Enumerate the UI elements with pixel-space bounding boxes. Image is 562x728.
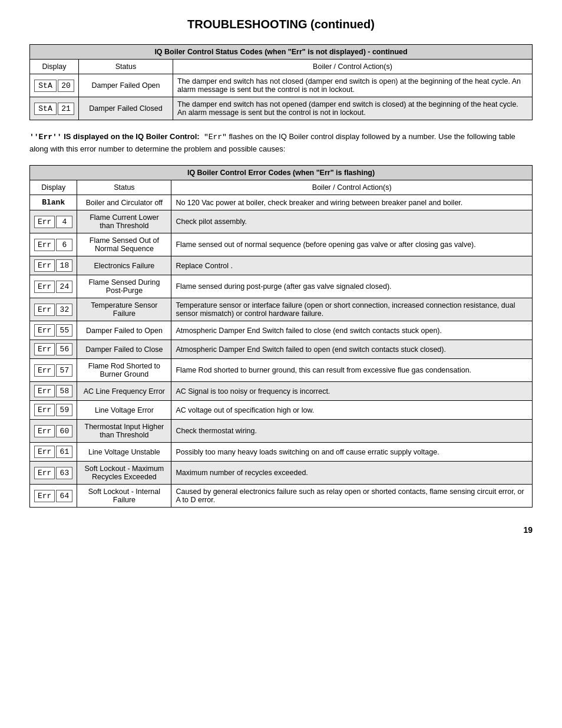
action-cell: Flame Rod shorted to burner ground, this…	[171, 359, 533, 382]
display-cell: StA20	[30, 74, 79, 97]
action-cell: AC Signal is too noisy or frequency is i…	[171, 382, 533, 401]
display-cell: Err32	[30, 298, 77, 321]
status-cell: Thermostat Input Higher than Threshold	[77, 420, 171, 443]
action-cell: Caused by general electronics failure su…	[171, 485, 533, 508]
status-cell: Damper Failed Open	[79, 74, 173, 97]
display-cell: Err64	[30, 485, 77, 508]
table-row: Err64Soft Lockout - Internal FailureCaus…	[30, 485, 533, 508]
bottom-table: IQ Boiler Control Error Codes (when "Err…	[29, 165, 533, 508]
display-cell: Err18	[30, 256, 77, 275]
top-table: IQ Boiler Control Status Codes (when "Er…	[29, 44, 533, 120]
page-number: 19	[29, 525, 533, 535]
display-cell: Err24	[30, 275, 77, 298]
action-cell: Check thermostat wiring.	[171, 420, 533, 443]
bottom-col-display: Display	[30, 180, 77, 195]
table-row: Err18Electronics FailureReplace Control …	[30, 256, 533, 275]
status-cell: Flame Rod Shorted to Burner Ground	[77, 359, 171, 382]
action-cell: No 120 Vac power at boiler, check breake…	[171, 195, 533, 210]
status-cell: Boiler and Circulator off	[77, 195, 171, 210]
display-cell: Err58	[30, 382, 77, 401]
table-row: Err63Soft Lockout - Maximum Recycles Exc…	[30, 462, 533, 485]
table-row: Err4Flame Current Lower than ThresholdCh…	[30, 210, 533, 233]
intro-bold: ''Err'' IS displayed on the IQ Boiler Co…	[29, 132, 200, 141]
table-row: Err61Line Voltage UnstablePossibly too m…	[30, 443, 533, 462]
display-cell: Err56	[30, 340, 77, 359]
display-cell: Err60	[30, 420, 77, 443]
table-row: BlankBoiler and Circulator offNo 120 Vac…	[30, 195, 533, 210]
table-row: StA21Damper Failed ClosedThe damper end …	[30, 97, 533, 120]
status-cell: Damper Failed to Close	[77, 340, 171, 359]
action-cell: Atmospheric Damper End Switch failed to …	[171, 321, 533, 340]
bottom-col-action: Boiler / Control Action(s)	[171, 180, 533, 195]
display-cell: Err63	[30, 462, 77, 485]
table-row: Err59Line Voltage ErrorAC voltage out of…	[30, 401, 533, 420]
status-cell: Line Voltage Error	[77, 401, 171, 420]
display-cell: Blank	[30, 195, 77, 210]
table-row: Err55Damper Failed to OpenAtmospheric Da…	[30, 321, 533, 340]
display-cell: Err61	[30, 443, 77, 462]
action-cell: Flame sensed out of normal sequence (bef…	[171, 233, 533, 256]
action-cell: Flame sensed during post-purge (after ga…	[171, 275, 533, 298]
table-row: Err6Flame Sensed Out of Normal SequenceF…	[30, 233, 533, 256]
bottom-table-header: IQ Boiler Control Error Codes (when "Err…	[30, 166, 533, 180]
status-cell: Line Voltage Unstable	[77, 443, 171, 462]
status-cell: Soft Lockout - Internal Failure	[77, 485, 171, 508]
action-cell: Temperature sensor or interface failure …	[171, 298, 533, 321]
top-col-status: Status	[79, 60, 173, 74]
action-cell: Replace Control .	[171, 256, 533, 275]
top-col-action: Boiler / Control Action(s)	[173, 60, 533, 74]
table-row: Err32Temperature Sensor FailureTemperatu…	[30, 298, 533, 321]
top-table-header: IQ Boiler Control Status Codes (when "Er…	[30, 45, 533, 60]
intro-paragraph: ''Err'' IS displayed on the IQ Boiler Co…	[29, 131, 533, 154]
action-cell: The damper end switch has not closed (da…	[173, 74, 533, 97]
display-cell: Err59	[30, 401, 77, 420]
status-cell: Damper Failed Closed	[79, 97, 173, 120]
table-row: Err24Flame Sensed During Post-PurgeFlame…	[30, 275, 533, 298]
action-cell: Possibly too many heavy loads switching …	[171, 443, 533, 462]
action-cell: Check pilot assembly.	[171, 210, 533, 233]
status-cell: Flame Sensed During Post-Purge	[77, 275, 171, 298]
action-cell: Maximum number of recycles exceeded.	[171, 462, 533, 485]
table-row: Err60Thermostat Input Higher than Thresh…	[30, 420, 533, 443]
display-cell: StA21	[30, 97, 79, 120]
action-cell: The damper end switch has not opened (da…	[173, 97, 533, 120]
status-cell: Flame Sensed Out of Normal Sequence	[77, 233, 171, 256]
status-cell: Flame Current Lower than Threshold	[77, 210, 171, 233]
display-cell: Err55	[30, 321, 77, 340]
table-row: Err56Damper Failed to CloseAtmospheric D…	[30, 340, 533, 359]
status-cell: Temperature Sensor Failure	[77, 298, 171, 321]
display-cell: Err4	[30, 210, 77, 233]
display-cell: Err57	[30, 359, 77, 382]
top-col-display: Display	[30, 60, 79, 74]
display-cell: Err6	[30, 233, 77, 256]
action-cell: Atmospheric Damper End Switch failed to …	[171, 340, 533, 359]
table-row: Err57Flame Rod Shorted to Burner GroundF…	[30, 359, 533, 382]
status-cell: Soft Lockout - Maximum Recycles Exceeded	[77, 462, 171, 485]
status-cell: Damper Failed to Open	[77, 321, 171, 340]
bottom-col-status: Status	[77, 180, 171, 195]
table-row: Err58AC Line Frequency ErrorAC Signal is…	[30, 382, 533, 401]
status-cell: Electronics Failure	[77, 256, 171, 275]
action-cell: AC voltage out of specification high or …	[171, 401, 533, 420]
page-title: TROUBLESHOOTING (continued)	[29, 18, 533, 31]
table-row: StA20Damper Failed OpenThe damper end sw…	[30, 74, 533, 97]
status-cell: AC Line Frequency Error	[77, 382, 171, 401]
